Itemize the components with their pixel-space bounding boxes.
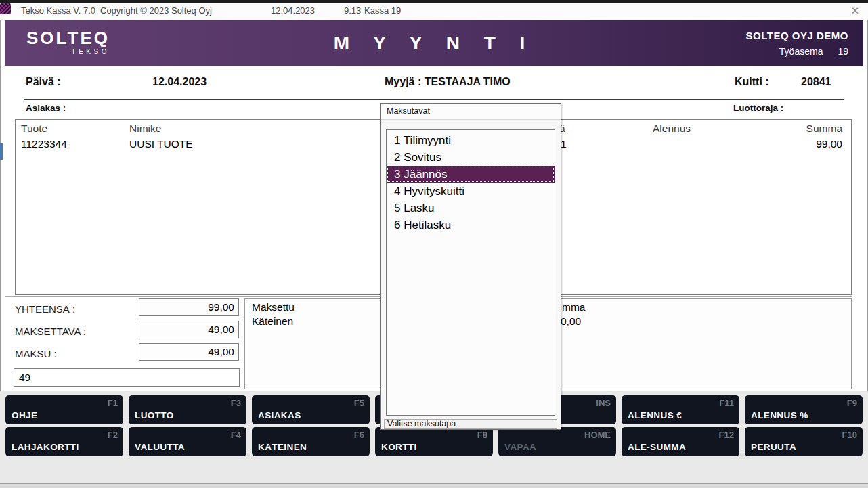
- customer-label: Asiakas :: [26, 103, 66, 113]
- col-header-nimike: Nimike: [129, 123, 161, 135]
- payable-label: MAKSETTAVA :: [15, 326, 86, 337]
- fkey-label: F11: [719, 398, 734, 408]
- separator-line: [24, 99, 844, 100]
- fkey-label: F5: [354, 398, 364, 408]
- payment-method-row: Käteinen: [252, 315, 293, 328]
- fkey-peruuta-button[interactable]: F10 PERUUTA: [745, 427, 863, 456]
- fkey-label: F1: [108, 398, 118, 408]
- titlebar-date: 12.04.2023: [271, 5, 315, 16]
- fkey-alennus-pct-button[interactable]: F9 ALENNUS %: [745, 395, 863, 424]
- fkey-vapaa-button[interactable]: HOME VAPAA: [498, 427, 616, 456]
- company-name: SOLTEQ OYJ DEMO: [746, 30, 848, 41]
- fkey-label: F12: [719, 430, 734, 440]
- row-maara: 1: [561, 138, 567, 150]
- titlebar-app-name: Tekso Kassa V. 7.0: [21, 5, 95, 16]
- payable-value-box: 49,00: [139, 321, 239, 338]
- col-header-tuote: Tuote: [21, 123, 47, 135]
- list-item-lasku[interactable]: 5 Lasku: [387, 200, 555, 217]
- footer-light-strip: [0, 484, 868, 488]
- fkey-valuutta-button[interactable]: F4 VALUUTTA: [129, 427, 246, 456]
- app-icon: [0, 3, 11, 14]
- dialog-titlebar[interactable]: Maksutavat: [381, 104, 561, 120]
- receipt-label: Kuitti :: [735, 76, 769, 88]
- payment-value-box: 49,00: [139, 343, 239, 361]
- fkey-name: ASIAKAS: [258, 410, 301, 420]
- app-header: SOLTEQ TEKSO M Y Y N T I SOLTEQ OYJ DEMO…: [5, 20, 863, 66]
- date-label: Päivä :: [26, 76, 61, 88]
- titlebar-register: Kassa 19: [364, 5, 401, 16]
- fkey-label: F4: [231, 430, 241, 440]
- fkey-kortti-button[interactable]: F8 KORTTI: [375, 427, 493, 456]
- fkey-lahjakortti-button[interactable]: F2 LAHJAKORTTI: [5, 427, 123, 456]
- list-item-hetilasku[interactable]: 6 Hetilasku: [387, 217, 555, 234]
- titlebar: Tekso Kassa V. 7.0 Copyright © 2023 Solt…: [0, 3, 868, 20]
- payment-amount-input[interactable]: [14, 368, 240, 387]
- total-value-box: 99,00: [139, 298, 239, 316]
- fkey-name: ALENNUS %: [751, 410, 808, 420]
- fkey-kateinen-button[interactable]: F6 KÄTEINEN: [252, 427, 370, 456]
- workstation-label: Työasema: [779, 46, 823, 57]
- list-item-sovitus[interactable]: 2 Sovitus: [387, 149, 555, 166]
- total-label: YHTEENSÄ :: [15, 303, 75, 315]
- workstation-value: 19: [838, 46, 848, 57]
- fkey-name: VAPAA: [504, 442, 536, 452]
- page-title: M Y Y N T I: [5, 32, 863, 54]
- dialog-title: Maksutavat: [387, 106, 430, 116]
- payments-header: Maksettu: [252, 301, 295, 313]
- payments-sum-value-fragment: 0,00: [561, 315, 581, 328]
- fkey-label: F2: [108, 430, 118, 440]
- fkey-name: LAHJAKORTTI: [12, 442, 79, 452]
- list-item-hyvityskuitti[interactable]: 4 Hyvityskuitti: [387, 183, 555, 200]
- window-edge-accent: [0, 143, 3, 160]
- row-tuote: 11223344: [21, 138, 67, 150]
- fkey-ale-summa-button[interactable]: F12 ALE-SUMMA: [622, 427, 739, 456]
- list-item-tilimyynti[interactable]: 1 Tilimyynti: [387, 132, 555, 149]
- fkey-label: F9: [847, 398, 857, 408]
- fkey-alennus-euro-button[interactable]: F11 ALENNUS €: [622, 395, 739, 424]
- payment-methods-dialog: Maksutavat 1 Tilimyynti 2 Sovitus 3 Jään…: [380, 103, 561, 430]
- seller-line: Myyjä : TESTAAJA TIMO: [385, 76, 511, 88]
- payment-label: MAKSU :: [15, 348, 57, 359]
- col-header-summa: Summa: [806, 123, 842, 135]
- fkey-asiakas-button[interactable]: F5 ASIAKAS: [252, 395, 370, 424]
- fkey-label: INS: [596, 398, 611, 408]
- date-value: 12.04.2023: [152, 76, 207, 88]
- close-icon[interactable]: ✕: [848, 4, 863, 18]
- fkey-name: PERUUTA: [751, 442, 796, 452]
- fkey-ohje-button[interactable]: F1 OHJE: [5, 395, 123, 424]
- receipt-value: 20841: [801, 76, 831, 88]
- fkey-luotto-button[interactable]: F3 LUOTTO: [129, 395, 246, 424]
- payment-method-listbox[interactable]: 1 Tilimyynti 2 Sovitus 3 Jäännös 4 Hyvit…: [386, 129, 555, 416]
- fkey-name: KORTTI: [381, 442, 417, 452]
- list-item-jaannos-selected[interactable]: 3 Jäännös: [387, 166, 555, 183]
- app-window: Tekso Kassa V. 7.0 Copyright © 2023 Solt…: [0, 0, 868, 488]
- fkey-name: ALE-SUMMA: [628, 442, 686, 452]
- col-header-alennus: Alennus: [653, 123, 691, 135]
- fkey-label: HOME: [584, 430, 611, 440]
- dialog-status-bar: Valitse maksutapa: [384, 419, 557, 429]
- payments-sum-header-fragment: mma: [562, 301, 585, 313]
- fkey-name: ALENNUS €: [628, 410, 682, 420]
- fkey-name: KÄTEINEN: [258, 442, 307, 452]
- fkey-name: VALUUTTA: [135, 442, 185, 452]
- titlebar-copyright: Copyright © 2023 Solteq Oyj: [100, 5, 212, 16]
- fkey-label: F8: [477, 430, 487, 440]
- fkey-name: OHJE: [12, 410, 37, 420]
- fkey-label: F6: [354, 430, 364, 440]
- workstation: Työasema19: [746, 46, 848, 57]
- header-right: SOLTEQ OYJ DEMO Työasema19: [746, 30, 848, 57]
- fkey-label: F10: [842, 430, 857, 440]
- titlebar-time: 9:13: [344, 5, 361, 16]
- fkey-name: LUOTTO: [135, 410, 174, 420]
- credit-limit-label: Luottoraja :: [733, 103, 783, 113]
- fkey-label: F3: [231, 398, 241, 408]
- row-nimike: UUSI TUOTE: [129, 138, 193, 150]
- row-summa: 99,00: [816, 138, 842, 150]
